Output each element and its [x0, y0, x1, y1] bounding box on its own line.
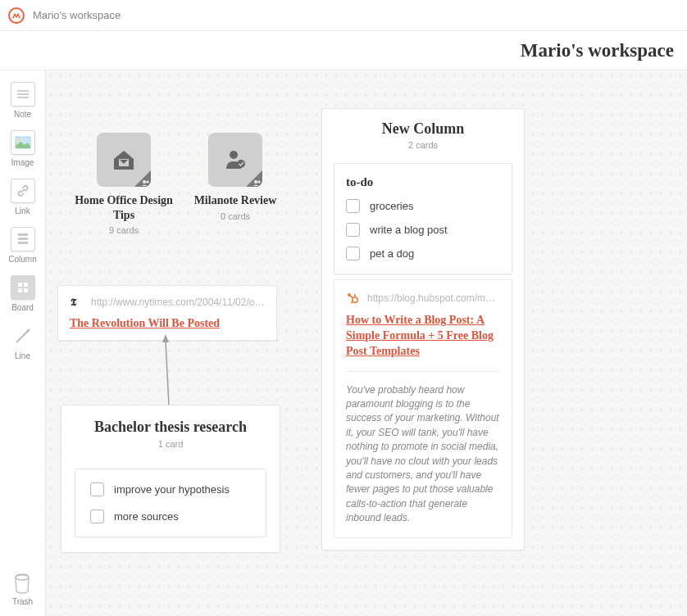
svg-line-27: [350, 296, 353, 298]
svg-point-18: [230, 151, 238, 159]
link-title[interactable]: How to Write a Blog Post: A Simple Formu…: [346, 313, 500, 360]
svg-rect-7: [18, 242, 28, 244]
sidebar-item-label: Line: [15, 351, 30, 360]
sidebar-item-label: Note: [14, 110, 31, 119]
link-title[interactable]: The Revolution Will Be Posted: [70, 317, 220, 329]
breadcrumb[interactable]: Mario's workspace: [33, 9, 121, 21]
checklist-item[interactable]: write a blog post: [346, 223, 500, 237]
trash-icon: [12, 571, 32, 594]
divider: [346, 371, 500, 372]
sidebar-item-column[interactable]: Column: [8, 227, 36, 264]
board-count: 0 cards: [182, 211, 289, 221]
logo-icon: [12, 11, 20, 20]
connector-arrow: [159, 334, 175, 408]
checkbox-icon[interactable]: [90, 510, 104, 523]
sidebar-item-note[interactable]: Note: [11, 82, 35, 119]
link-url: https://blog.hubspot.com/marketing/how: [367, 292, 500, 304]
sidebar-item-label: Column: [8, 255, 36, 264]
nyt-favicon-icon: 𝕿: [70, 296, 83, 309]
link-description: You've probably heard how paramount blog…: [346, 383, 500, 526]
board-name: Milanote Review: [182, 193, 289, 208]
svg-point-21: [257, 180, 260, 183]
sidebar-item-line[interactable]: Line: [11, 324, 35, 360]
svg-line-23: [166, 341, 169, 406]
checkbox-icon[interactable]: [346, 247, 360, 260]
checklist-item[interactable]: improve your hypothesis: [85, 481, 256, 498]
svg-rect-5: [18, 233, 28, 236]
svg-rect-11: [24, 288, 28, 292]
svg-point-17: [146, 180, 148, 183]
svg-point-20: [254, 180, 257, 183]
link-card-nyt[interactable]: 𝕿 http://www.nytimes.com/2004/11/02/opin…: [57, 285, 277, 341]
svg-point-19: [237, 160, 245, 168]
sidebar-item-label: Image: [11, 158, 34, 167]
checklist-label: pet a dog: [370, 247, 414, 260]
sidebar-item-board[interactable]: Board: [11, 275, 35, 312]
checklist-item[interactable]: groceries: [346, 199, 500, 213]
svg-rect-10: [18, 288, 22, 292]
svg-point-16: [143, 180, 146, 183]
user-check-icon: [223, 147, 248, 172]
link-card-hubspot[interactable]: https://blog.hubspot.com/marketing/how H…: [334, 279, 512, 538]
note-icon: [16, 88, 30, 100]
checklist-label: improve your hypothesis: [114, 483, 230, 496]
page-title: Mario's workspace: [521, 40, 674, 61]
board-milanote-review[interactable]: Milanote Review 0 cards: [182, 133, 289, 221]
column-title: Bachelor thesis research: [75, 419, 266, 436]
svg-point-4: [18, 138, 21, 142]
svg-line-29: [351, 301, 353, 303]
board-home-office[interactable]: Home Office Design Tips 9 cards: [71, 133, 177, 235]
todo-heading: to-do: [346, 175, 500, 189]
column-bachelor-thesis[interactable]: Bachelor thesis research 1 card improve …: [61, 405, 280, 553]
sidebar-item-link[interactable]: Link: [11, 179, 35, 215]
checklist-label: more sources: [114, 510, 179, 523]
column-sub: 2 cards: [334, 140, 512, 150]
home-icon: [110, 146, 138, 174]
svg-rect-6: [18, 238, 28, 240]
column-sub: 1 card: [75, 439, 266, 449]
hubspot-favicon-icon: [346, 292, 359, 305]
titlebar: Mario's workspace: [0, 31, 687, 70]
svg-point-14: [16, 575, 29, 580]
main-area: Note Image Link: [0, 70, 687, 616]
link-icon: [16, 184, 30, 197]
checklist-item[interactable]: pet a dog: [346, 247, 500, 260]
sidebar-item-trash[interactable]: Trash: [12, 571, 33, 606]
checkbox-icon[interactable]: [346, 199, 360, 213]
svg-rect-8: [18, 283, 22, 287]
topbar: Mario's workspace: [0, 0, 687, 31]
sidebar-item-label: Board: [11, 303, 34, 312]
checklist-item[interactable]: more sources: [85, 508, 256, 525]
checklist-label: write a blog post: [370, 224, 448, 236]
sidebar-item-image[interactable]: Image: [11, 130, 35, 167]
column-icon: [16, 232, 30, 247]
sidebar: Note Image Link: [0, 70, 46, 616]
svg-rect-9: [24, 283, 28, 287]
link-url: http://www.nytimes.com/2004/11/02/opinio…: [91, 297, 265, 308]
line-icon: [13, 326, 33, 346]
column-title: New Column: [334, 120, 512, 138]
board-count: 9 cards: [71, 225, 177, 235]
checklist-label: groceries: [370, 200, 413, 212]
column-new-column[interactable]: New Column 2 cards to-do groceries write…: [321, 108, 525, 550]
board-icon: [17, 282, 29, 293]
checkbox-icon[interactable]: [90, 482, 104, 496]
canvas[interactable]: Home Office Design Tips 9 cards Milanote…: [46, 70, 687, 616]
board-name: Home Office Design Tips: [71, 193, 177, 222]
image-icon: [15, 136, 31, 149]
sidebar-item-label: Link: [15, 206, 30, 215]
sidebar-item-label: Trash: [12, 597, 33, 606]
checkbox-icon[interactable]: [346, 223, 360, 237]
svg-text:𝕿: 𝕿: [71, 297, 77, 308]
app-logo[interactable]: [8, 7, 25, 24]
